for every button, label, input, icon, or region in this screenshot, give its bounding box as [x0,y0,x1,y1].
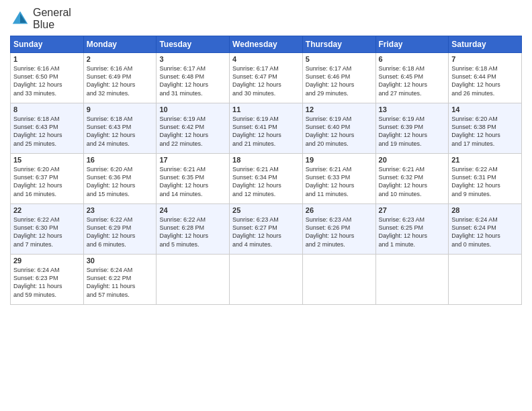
cell-details: Sunrise: 6:22 AM Sunset: 6:29 PM Dayligh… [87,216,154,248]
calendar-cell: 14Sunrise: 6:20 AM Sunset: 6:38 PM Dayli… [449,103,522,154]
cell-details: Sunrise: 6:24 AM Sunset: 6:23 PM Dayligh… [13,266,81,299]
calendar-cell: 2Sunrise: 6:16 AM Sunset: 6:49 PM Daylig… [83,53,157,103]
cell-details: Sunrise: 6:17 AM Sunset: 6:48 PM Dayligh… [159,64,226,97]
day-number: 21 [451,156,519,164]
day-header-saturday: Saturday [449,36,522,53]
calendar-cell: 25Sunrise: 6:23 AM Sunset: 6:27 PM Dayli… [230,204,303,255]
calendar-week-2: 8Sunrise: 6:18 AM Sunset: 6:43 PM Daylig… [11,103,522,154]
day-number: 17 [159,156,226,164]
cell-details: Sunrise: 6:22 AM Sunset: 6:30 PM Dayligh… [13,216,81,248]
calendar-cell [449,255,522,305]
day-number: 13 [379,105,446,113]
cell-details: Sunrise: 6:17 AM Sunset: 6:46 PM Dayligh… [306,64,373,97]
day-number: 26 [306,206,373,214]
cell-details: Sunrise: 6:23 AM Sunset: 6:27 PM Dayligh… [232,216,300,248]
calendar-cell: 8Sunrise: 6:18 AM Sunset: 6:43 PM Daylig… [11,103,84,154]
day-number: 12 [306,105,373,113]
day-header-sunday: Sunday [11,36,84,53]
day-number: 2 [87,55,154,63]
logo-text: General Blue [33,7,71,30]
calendar-week-4: 22Sunrise: 6:22 AM Sunset: 6:30 PM Dayli… [11,204,522,255]
calendar-cell: 22Sunrise: 6:22 AM Sunset: 6:30 PM Dayli… [11,204,84,255]
calendar-cell: 9Sunrise: 6:18 AM Sunset: 6:43 PM Daylig… [83,103,157,154]
cell-details: Sunrise: 6:24 AM Sunset: 6:22 PM Dayligh… [87,266,154,299]
cell-details: Sunrise: 6:21 AM Sunset: 6:33 PM Dayligh… [306,165,373,198]
calendar-cell: 28Sunrise: 6:24 AM Sunset: 6:24 PM Dayli… [449,204,522,255]
calendar-cell: 19Sunrise: 6:21 AM Sunset: 6:33 PM Dayli… [302,154,375,204]
calendar-cell: 23Sunrise: 6:22 AM Sunset: 6:29 PM Dayli… [83,204,157,255]
cell-details: Sunrise: 6:23 AM Sunset: 6:26 PM Dayligh… [306,216,373,248]
calendar-cell: 29Sunrise: 6:24 AM Sunset: 6:23 PM Dayli… [11,255,84,305]
day-number: 18 [232,156,300,164]
day-number: 20 [379,156,446,164]
day-header-thursday: Thursday [302,36,375,53]
cell-details: Sunrise: 6:18 AM Sunset: 6:45 PM Dayligh… [379,64,446,97]
calendar-cell: 12Sunrise: 6:19 AM Sunset: 6:40 PM Dayli… [302,103,375,154]
logo-icon [10,9,30,29]
cell-details: Sunrise: 6:19 AM Sunset: 6:39 PM Dayligh… [379,115,446,148]
calendar-week-3: 15Sunrise: 6:20 AM Sunset: 6:37 PM Dayli… [11,154,522,204]
day-number: 5 [306,55,373,63]
day-number: 19 [306,156,373,164]
calendar-cell: 20Sunrise: 6:21 AM Sunset: 6:32 PM Dayli… [375,154,449,204]
calendar-cell: 30Sunrise: 6:24 AM Sunset: 6:22 PM Dayli… [83,255,157,305]
calendar-cell: 7Sunrise: 6:18 AM Sunset: 6:44 PM Daylig… [449,53,522,103]
calendar-cell [157,255,230,305]
header-row: General Blue [10,7,522,30]
calendar-container: General Blue SundayMondayTuesdayWednesda… [0,0,532,312]
day-number: 7 [451,55,519,63]
cell-details: Sunrise: 6:16 AM Sunset: 6:50 PM Dayligh… [13,64,81,97]
calendar-cell: 4Sunrise: 6:17 AM Sunset: 6:47 PM Daylig… [230,53,303,103]
cell-details: Sunrise: 6:23 AM Sunset: 6:25 PM Dayligh… [379,216,446,248]
cell-details: Sunrise: 6:20 AM Sunset: 6:36 PM Dayligh… [87,165,154,198]
cell-details: Sunrise: 6:18 AM Sunset: 6:44 PM Dayligh… [451,64,519,97]
cell-details: Sunrise: 6:21 AM Sunset: 6:34 PM Dayligh… [232,165,300,198]
day-header-tuesday: Tuesday [157,36,230,53]
cell-details: Sunrise: 6:17 AM Sunset: 6:47 PM Dayligh… [232,64,300,97]
cell-details: Sunrise: 6:19 AM Sunset: 6:42 PM Dayligh… [159,115,226,148]
calendar-cell: 5Sunrise: 6:17 AM Sunset: 6:46 PM Daylig… [302,53,375,103]
cell-details: Sunrise: 6:20 AM Sunset: 6:37 PM Dayligh… [13,165,81,198]
day-number: 28 [451,206,519,214]
calendar-cell: 24Sunrise: 6:22 AM Sunset: 6:28 PM Dayli… [157,204,230,255]
cell-details: Sunrise: 6:22 AM Sunset: 6:31 PM Dayligh… [451,165,519,198]
day-number: 9 [87,105,154,113]
day-number: 25 [232,206,300,214]
calendar-week-5: 29Sunrise: 6:24 AM Sunset: 6:23 PM Dayli… [11,255,522,305]
calendar-cell: 3Sunrise: 6:17 AM Sunset: 6:48 PM Daylig… [157,53,230,103]
day-number: 4 [232,55,300,63]
logo: General Blue [10,7,71,30]
cell-details: Sunrise: 6:18 AM Sunset: 6:43 PM Dayligh… [87,115,154,148]
day-number: 22 [13,206,81,214]
calendar-cell: 26Sunrise: 6:23 AM Sunset: 6:26 PM Dayli… [302,204,375,255]
calendar-cell [375,255,449,305]
calendar-cell: 18Sunrise: 6:21 AM Sunset: 6:34 PM Dayli… [230,154,303,204]
day-number: 16 [87,156,154,164]
calendar-cell: 13Sunrise: 6:19 AM Sunset: 6:39 PM Dayli… [375,103,449,154]
calendar-body: 1Sunrise: 6:16 AM Sunset: 6:50 PM Daylig… [11,53,522,305]
calendar-cell: 27Sunrise: 6:23 AM Sunset: 6:25 PM Dayli… [375,204,449,255]
day-number: 23 [87,206,154,214]
cell-details: Sunrise: 6:22 AM Sunset: 6:28 PM Dayligh… [159,216,226,248]
day-number: 6 [379,55,446,63]
day-header-wednesday: Wednesday [230,36,303,53]
cell-details: Sunrise: 6:20 AM Sunset: 6:38 PM Dayligh… [451,115,519,148]
calendar-cell: 15Sunrise: 6:20 AM Sunset: 6:37 PM Dayli… [11,154,84,204]
day-number: 11 [232,105,300,113]
cell-details: Sunrise: 6:24 AM Sunset: 6:24 PM Dayligh… [451,216,519,248]
calendar-cell: 17Sunrise: 6:21 AM Sunset: 6:35 PM Dayli… [157,154,230,204]
day-number: 1 [13,55,81,63]
day-number: 8 [13,105,81,113]
day-header-monday: Monday [83,36,157,53]
day-header-friday: Friday [375,36,449,53]
day-number: 24 [159,206,226,214]
cell-details: Sunrise: 6:21 AM Sunset: 6:35 PM Dayligh… [159,165,226,198]
calendar-header-row: SundayMondayTuesdayWednesdayThursdayFrid… [11,36,522,53]
calendar-week-1: 1Sunrise: 6:16 AM Sunset: 6:50 PM Daylig… [11,53,522,103]
day-number: 30 [87,257,154,265]
calendar-cell: 1Sunrise: 6:16 AM Sunset: 6:50 PM Daylig… [11,53,84,103]
day-number: 15 [13,156,81,164]
day-number: 29 [13,257,81,265]
calendar-cell [302,255,375,305]
calendar-table: SundayMondayTuesdayWednesdayThursdayFrid… [10,36,522,305]
